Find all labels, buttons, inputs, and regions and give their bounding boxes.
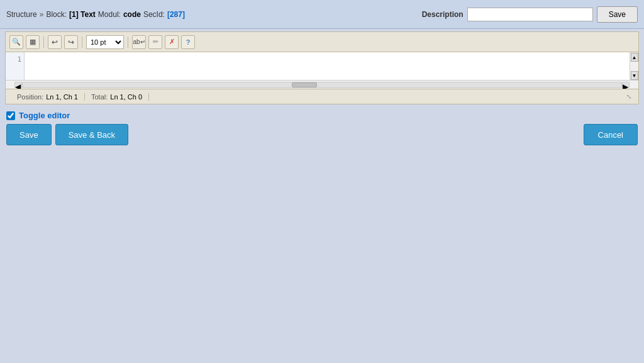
cancel-button[interactable]: Cancel (584, 124, 638, 145)
structure-label: Structure (6, 10, 37, 19)
header-bar: Structure » Block: [1] Text Modul: code … (0, 0, 644, 29)
help-button[interactable]: ? (181, 35, 195, 49)
toolbar-separator-3 (128, 36, 128, 48)
undo-button[interactable]: ↩ (48, 35, 62, 49)
resize-handle[interactable]: ⤡ (625, 92, 633, 101)
toggle-row: Toggle editor (6, 111, 638, 120)
horizontal-scrollbar[interactable]: ◀ ▶ (6, 80, 638, 89)
scroll-down-arrow[interactable]: ▼ (631, 71, 638, 80)
editor-area-wrapper: 1 ▲ ▼ (6, 52, 638, 80)
status-bar: Position: Ln 1, Ch 1 Total: Ln 1, Ch 0 ⤡ (6, 89, 638, 104)
footer-left-buttons: Save Save & Back (6, 124, 128, 145)
find-replace-icon: ▦ (30, 38, 36, 46)
scroll-left-arrow[interactable]: ◀ (14, 82, 22, 88)
find-button[interactable]: 🔍 (9, 35, 23, 49)
toolbar-separator-2 (82, 36, 82, 48)
save-back-button[interactable]: Save & Back (55, 124, 128, 145)
breadcrumb: Structure » Block: [1] Text Modul: code … (6, 10, 413, 19)
total-status: Total: Ln 1, Ch 0 (85, 93, 149, 101)
header-save-button[interactable]: Save (597, 6, 638, 23)
code-editor[interactable] (25, 52, 630, 80)
editor-container: 🔍 ▦ ↩ ↪ 8 pt 9 pt 10 pt 11 pt 12 pt 14 p… (5, 31, 639, 104)
undo-icon: ↩ (52, 38, 58, 47)
block-value: [1] Text (69, 10, 96, 19)
redo-button[interactable]: ↪ (64, 35, 78, 49)
footer-area: Toggle editor Save Save & Back Cancel (0, 107, 644, 149)
secid-label: SecId: (143, 10, 165, 19)
wordwrap-button[interactable]: ab↵ (132, 35, 146, 49)
save-button[interactable]: Save (6, 124, 52, 145)
block-label: Block: (46, 10, 67, 19)
scroll-right-arrow[interactable]: ▶ (622, 82, 630, 88)
redo-icon: ↪ (68, 38, 74, 47)
clear-icon: ✗ (169, 38, 175, 46)
spell-check-icon: ✏ (153, 38, 158, 46)
modul-label: Modul: (98, 10, 121, 19)
scroll-up-arrow[interactable]: ▲ (631, 53, 638, 62)
editor-toolbar: 🔍 ▦ ↩ ↪ 8 pt 9 pt 10 pt 11 pt 12 pt 14 p… (6, 32, 638, 52)
vertical-scrollbar[interactable]: ▲ ▼ (630, 52, 638, 80)
total-label: Total: (91, 93, 108, 101)
description-input[interactable] (467, 8, 593, 21)
modul-value: code (123, 10, 141, 19)
find-icon: 🔍 (12, 38, 21, 46)
clear-button[interactable]: ✗ (165, 35, 179, 49)
position-status: Position: Ln 1, Ch 1 (11, 93, 85, 101)
wordwrap-icon: ab↵ (133, 38, 145, 45)
footer-buttons: Save Save & Back Cancel (6, 124, 638, 145)
position-value: Ln 1, Ch 1 (46, 93, 78, 101)
find-replace-button[interactable]: ▦ (26, 35, 40, 49)
font-size-select[interactable]: 8 pt 9 pt 10 pt 11 pt 12 pt 14 pt 16 pt (86, 35, 124, 49)
breadcrumb-separator: » (40, 10, 44, 19)
spell-check-button[interactable]: ✏ (148, 35, 162, 49)
position-label: Position: (17, 93, 43, 101)
toolbar-separator-1 (43, 36, 44, 48)
line-number-1: 1 (8, 55, 21, 65)
description-label: Description (422, 10, 464, 19)
toggle-editor-checkbox[interactable] (6, 111, 15, 120)
toggle-editor-label[interactable]: Toggle editor (19, 111, 70, 120)
help-icon: ? (186, 38, 191, 46)
h-scroll-thumb[interactable] (292, 82, 317, 87)
secid-value: [287] (167, 10, 185, 19)
total-value: Ln 1, Ch 0 (110, 93, 142, 101)
line-numbers: 1 (6, 52, 25, 80)
h-scroll-track[interactable] (22, 82, 622, 88)
